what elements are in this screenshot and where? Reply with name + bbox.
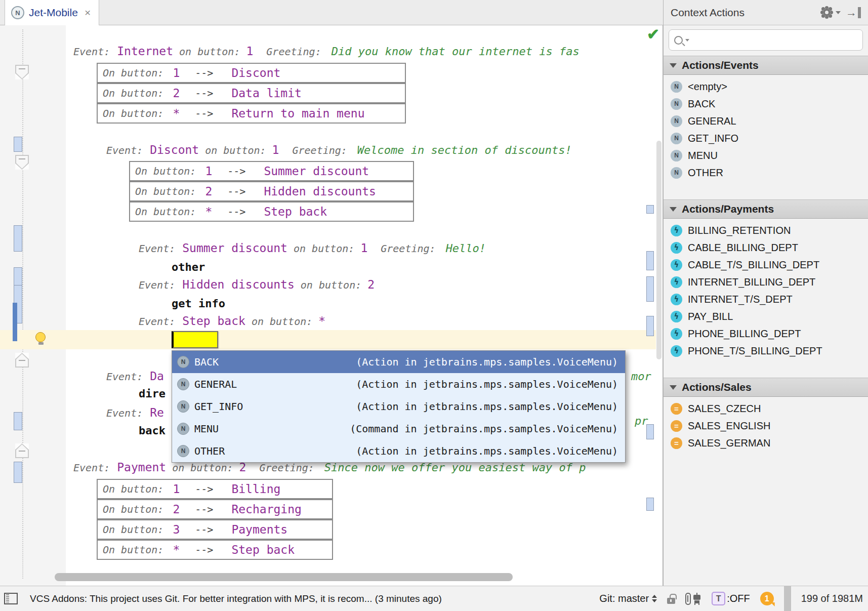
transition-table-row[interactable]: On button:2-->Data limit bbox=[97, 83, 406, 103]
event-ev-internet[interactable]: Event:Interneton button:1Greeting:Did yo… bbox=[73, 43, 580, 61]
completion-item-general[interactable]: NGENERAL(Action in jetbrains.mps.samples… bbox=[172, 373, 625, 395]
action-act-return[interactable]: back bbox=[139, 422, 166, 440]
node-icon: N bbox=[11, 6, 24, 19]
panel-item-phone-t-s-billing-dept[interactable]: ϟPHONE_T/S_BILLING_DEPT bbox=[671, 342, 868, 359]
node-icon: N bbox=[177, 400, 189, 413]
fold-marker-icon[interactable] bbox=[15, 65, 29, 79]
panel-item-sales-german[interactable]: =SALES_GERMAN bbox=[671, 434, 868, 452]
branch-updown-icon bbox=[652, 595, 657, 602]
arrow-glyph: --> bbox=[195, 64, 213, 82]
panel-item-general[interactable]: NGENERAL bbox=[671, 112, 868, 130]
event-ev-hidden[interactable]: Event:Hidden discountson button:2 bbox=[139, 276, 375, 295]
on-button-keyword: On button: bbox=[103, 501, 163, 518]
transition-table-row[interactable]: On button:*-->Step back bbox=[129, 201, 414, 222]
completion-name: OTHER bbox=[194, 445, 270, 457]
git-branch-widget[interactable]: Git: master bbox=[599, 593, 657, 604]
equals-icon: = bbox=[671, 403, 682, 415]
panel-item-sales-english[interactable]: =SALES_ENGLISH bbox=[671, 417, 868, 434]
fragment-frag-mor[interactable]: mor bbox=[631, 368, 651, 386]
fold-marker-icon[interactable] bbox=[15, 443, 29, 458]
inspector-widget[interactable] bbox=[685, 593, 701, 605]
bolt-icon: ϟ bbox=[671, 328, 682, 340]
completion-item-back[interactable]: NBACK(Action in jetbrains.mps.samples.Vo… bbox=[172, 351, 625, 373]
completion-item-menu[interactable]: NMENU(Command in jetbrains.mps.samples.V… bbox=[172, 418, 625, 440]
lightbulb-icon[interactable] bbox=[35, 332, 47, 345]
panel-item-pay-bill[interactable]: ϟPAY_BILL bbox=[671, 308, 868, 325]
edit-cursor-cell[interactable] bbox=[172, 331, 218, 348]
button-value: 1 bbox=[205, 162, 212, 180]
horizontal-scrollbar-thumb[interactable] bbox=[55, 573, 513, 581]
transition-table-row[interactable]: On button:*-->Return to main menu bbox=[97, 103, 406, 124]
gear-icon[interactable] bbox=[823, 9, 831, 16]
panel-item-billing-retention[interactable]: ϟBILLING_RETENTION bbox=[671, 222, 868, 239]
section-header-actions-sales[interactable]: Actions/Sales bbox=[664, 378, 868, 397]
event-ev-data[interactable]: Event:Da bbox=[106, 368, 164, 386]
vertical-scrollbar-thumb[interactable] bbox=[656, 141, 662, 359]
context-actions-search-input[interactable] bbox=[693, 35, 857, 46]
action-act-hidden[interactable]: get info bbox=[172, 295, 225, 313]
table-tbl-discont[interactable]: On button:1-->Summer discountOn button:2… bbox=[129, 161, 414, 222]
transition-table-row[interactable]: On button:2-->Recharging bbox=[97, 499, 333, 519]
panel-item-back[interactable]: NBACK bbox=[671, 95, 868, 112]
panel-item--empty-[interactable]: N<empty> bbox=[671, 78, 868, 95]
completion-description: (Action in jetbrains.mps.samples.VoiceMe… bbox=[270, 445, 618, 457]
on-button-keyword: on button: bbox=[294, 242, 354, 255]
fold-marker-icon[interactable] bbox=[15, 353, 29, 368]
event-ev-return[interactable]: Event:Re bbox=[106, 404, 164, 423]
search-options-chevron-icon[interactable] bbox=[685, 39, 689, 42]
action-act-summer[interactable]: other bbox=[172, 259, 205, 277]
panel-item-get-info[interactable]: NGET_INFO bbox=[671, 130, 868, 147]
typesystem-widget[interactable]: T :OFF bbox=[712, 592, 750, 605]
completion-item-other[interactable]: NOTHER(Action in jetbrains.mps.samples.V… bbox=[172, 440, 625, 462]
panel-item-label: GENERAL bbox=[688, 115, 736, 127]
transition-table-row[interactable]: On button:2-->Hidden discounts bbox=[129, 181, 414, 201]
panel-item-cable-t-s-billing-dept[interactable]: ϟCABLE_T/S_BILLING_DEPT bbox=[671, 256, 868, 273]
transition-table-row[interactable]: On button:1-->Billing bbox=[97, 479, 333, 499]
panel-item-phone-billing-dept[interactable]: ϟPHONE_BILLING_DEPT bbox=[671, 325, 868, 342]
event-name: Discont bbox=[150, 143, 199, 156]
editor-area[interactable]: Event:Interneton button:1Greeting:Did yo… bbox=[0, 25, 663, 586]
panel-item-internet-t-s-dept[interactable]: ϟINTERNET_T/S_DEPT bbox=[671, 291, 868, 308]
completion-item-get_info[interactable]: NGET_INFO(Action in jetbrains.mps.sample… bbox=[172, 395, 625, 418]
event-ev-summer[interactable]: Event:Summer discounton button:1Greeting… bbox=[139, 239, 486, 258]
event-keyword: Event: bbox=[139, 279, 175, 291]
section-header-actions-payments[interactable]: Actions/Payments bbox=[664, 199, 868, 219]
transition-table-row[interactable]: On button:1-->Summer discount bbox=[129, 161, 414, 181]
bolt-icon: ϟ bbox=[671, 294, 682, 305]
toolwindow-toggle-icon[interactable] bbox=[4, 593, 18, 604]
panel-item-internet-billing-dept[interactable]: ϟINTERNET_BILLING_DEPT bbox=[671, 273, 868, 291]
unlocked-padlock-icon[interactable] bbox=[667, 598, 675, 604]
node-icon: N bbox=[671, 98, 682, 110]
panel-item-cable-billing-dept[interactable]: ϟCABLE_BILLING_DEPT bbox=[671, 239, 868, 256]
action-text: dire bbox=[139, 387, 166, 400]
memory-indicator[interactable]: 199 of 1981M bbox=[801, 593, 863, 604]
on-button-keyword: On button: bbox=[103, 105, 163, 122]
panel-item-sales-czech[interactable]: =SALES_CZECH bbox=[671, 400, 868, 417]
on-button-keyword: On button: bbox=[103, 85, 163, 102]
chevron-down-icon[interactable] bbox=[836, 11, 841, 14]
node-icon: N bbox=[177, 445, 189, 457]
event-ev-stepback[interactable]: Event:Step backon button:* bbox=[139, 312, 325, 331]
table-tbl-internet[interactable]: On button:1-->DiscontOn button:2-->Data … bbox=[97, 63, 406, 124]
panel-item-other[interactable]: NOTHER bbox=[671, 164, 868, 181]
table-tbl-payment[interactable]: On button:1-->BillingOn button:2-->Recha… bbox=[97, 479, 333, 560]
search-box[interactable] bbox=[669, 29, 863, 51]
panel-item-menu[interactable]: NMENU bbox=[671, 147, 868, 164]
button-value: 1 bbox=[173, 480, 180, 498]
transition-table-row[interactable]: On button:3-->Payments bbox=[97, 519, 333, 540]
greeting-keyword: Greeting: bbox=[292, 144, 347, 156]
fold-marker-icon[interactable] bbox=[15, 155, 29, 170]
arrow-glyph: --> bbox=[195, 85, 213, 102]
event-keyword: Event: bbox=[106, 144, 143, 156]
close-icon[interactable]: × bbox=[85, 7, 91, 19]
event-ev-discont[interactable]: Event:Disconton button:1Greeting:Welcome… bbox=[106, 141, 572, 160]
section-header-actions-events[interactable]: Actions/Events bbox=[664, 56, 868, 75]
tab-jet-mobile[interactable]: N Jet-Mobile × bbox=[5, 0, 99, 25]
notification-bubble[interactable]: 1 bbox=[760, 592, 774, 605]
transition-table-row[interactable]: On button:*-->Step back bbox=[97, 540, 333, 560]
transition-table-row[interactable]: On button:1-->Discont bbox=[97, 63, 406, 83]
action-act-data[interactable]: dire bbox=[139, 385, 166, 403]
target-event-name: Billing bbox=[231, 480, 280, 498]
event-name: Summer discount bbox=[182, 241, 287, 255]
hide-panel-icon[interactable]: → bbox=[846, 7, 861, 18]
